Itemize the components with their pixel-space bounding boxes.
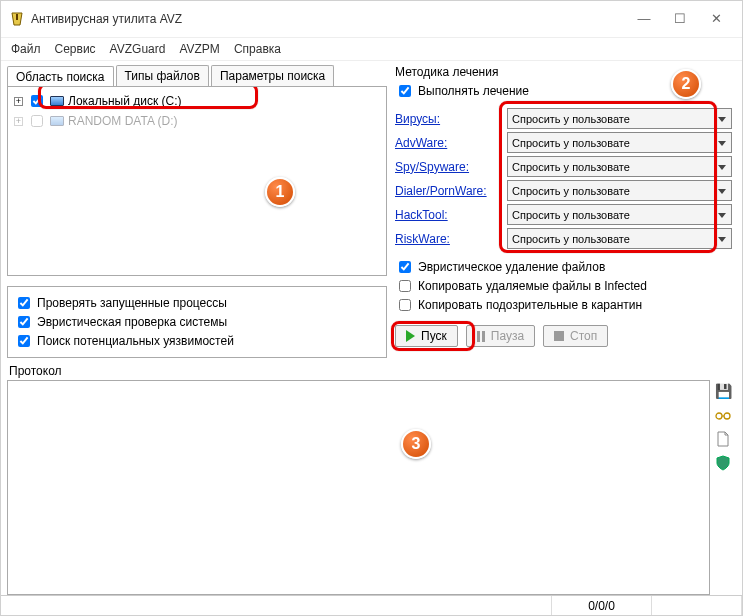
combo-dialer-value: Спросить у пользовате [512, 185, 630, 197]
document-icon[interactable] [714, 430, 732, 448]
start-button-label: Пуск [421, 329, 447, 343]
action-buttons: Пуск Пауза Стоп [395, 325, 734, 347]
tree-item-d[interactable]: + RANDOM DATA (D:) [12, 111, 382, 131]
check-heuristic-label: Эвристическая проверка системы [37, 315, 227, 329]
svg-point-1 [724, 413, 730, 419]
svg-point-0 [716, 413, 722, 419]
menu-help[interactable]: Справка [234, 42, 281, 56]
menu-avzpm[interactable]: AVZPM [179, 42, 219, 56]
protocol-box[interactable] [7, 380, 710, 595]
drive-tree[interactable]: + Локальный диск (C:) + RANDOM DATA (D:) [7, 86, 387, 276]
left-tabs: Область поиска Типы файлов Параметры пои… [7, 65, 387, 86]
check-copy-quarantine[interactable] [399, 299, 411, 311]
stop-button[interactable]: Стоп [543, 325, 608, 347]
minimize-button[interactable]: — [626, 7, 662, 31]
perform-cure-row: Выполнять лечение [395, 82, 736, 100]
scan-options: Проверять запущенные процессы Эвристичес… [7, 286, 387, 358]
left-column: Область поиска Типы файлов Параметры пои… [7, 65, 387, 358]
statusbar: 0/0/0 [1, 595, 742, 615]
drive-d-label: RANDOM DATA (D:) [68, 114, 178, 128]
check-copy-quarantine-label: Копировать подозрительные в карантин [418, 298, 642, 312]
drive-d-checkbox[interactable] [31, 115, 43, 127]
titlebar: Антивирусная утилита AVZ — ☐ ✕ [1, 1, 742, 38]
content-area: Область поиска Типы файлов Параметры пои… [1, 61, 742, 595]
disk-icon [50, 116, 64, 126]
combo-viruses[interactable]: Спросить у пользовате [507, 108, 732, 129]
link-hacktool[interactable]: HackTool: [395, 208, 507, 222]
link-riskware[interactable]: RiskWare: [395, 232, 507, 246]
stop-button-label: Стоп [570, 329, 597, 343]
combo-spy[interactable]: Спросить у пользовате [507, 156, 732, 177]
status-counts: 0/0/0 [552, 596, 652, 615]
right-column: Методика лечения Выполнять лечение Вирус… [393, 65, 736, 358]
combo-spy-value: Спросить у пользовате [512, 161, 630, 173]
shield-icon[interactable] [714, 454, 732, 472]
check-heur-delete[interactable] [399, 261, 411, 273]
status-seg-3 [652, 596, 742, 615]
drive-c-label: Локальный диск (C:) [68, 94, 182, 108]
link-advware[interactable]: AdvWare: [395, 136, 507, 150]
extra-cure-options: Эвристическое удаление файлов Копировать… [395, 257, 734, 315]
perform-cure-checkbox[interactable] [399, 85, 411, 97]
check-processes[interactable] [18, 297, 30, 309]
tab-filetypes[interactable]: Типы файлов [116, 65, 209, 86]
start-button[interactable]: Пуск [395, 325, 458, 347]
stop-icon [554, 331, 564, 341]
tab-params[interactable]: Параметры поиска [211, 65, 334, 86]
expand-icon[interactable]: + [14, 97, 23, 106]
combo-dialer[interactable]: Спросить у пользовате [507, 180, 732, 201]
maximize-button[interactable]: ☐ [662, 7, 698, 31]
check-processes-row: Проверять запущенные процессы [14, 294, 380, 312]
expand-icon[interactable]: + [14, 117, 23, 126]
combo-hacktool[interactable]: Спросить у пользовате [507, 204, 732, 225]
pause-icon [477, 331, 485, 342]
protocol-label: Протокол [9, 364, 734, 378]
combo-advware-value: Спросить у пользовате [512, 137, 630, 149]
pause-button-label: Пауза [491, 329, 524, 343]
check-vuln-label: Поиск потенциальных уязвимостей [37, 334, 234, 348]
menubar: Файл Сервис AVZGuard AVZPM Справка [1, 38, 742, 61]
check-vuln[interactable] [18, 335, 30, 347]
pause-button[interactable]: Пауза [466, 325, 535, 347]
drive-c-checkbox[interactable] [31, 95, 43, 107]
check-vuln-row: Поиск потенциальных уязвимостей [14, 332, 380, 350]
check-heuristic-row: Эвристическая проверка системы [14, 313, 380, 331]
app-icon [9, 11, 25, 27]
save-icon[interactable]: 💾 [714, 382, 732, 400]
combo-hacktool-value: Спросить у пользовате [512, 209, 630, 221]
status-seg-1 [1, 596, 552, 615]
perform-cure-label: Выполнять лечение [418, 84, 529, 98]
menu-file[interactable]: Файл [11, 42, 41, 56]
app-window: Антивирусная утилита AVZ — ☐ ✕ Файл Серв… [0, 0, 743, 616]
window-title: Антивирусная утилита AVZ [31, 12, 626, 26]
check-processes-label: Проверять запущенные процессы [37, 296, 227, 310]
cure-section-title: Методика лечения [395, 65, 736, 79]
protocol-area: 💾 [7, 380, 736, 595]
link-dialer[interactable]: Dialer/PornWare: [395, 184, 507, 198]
tab-scope[interactable]: Область поиска [7, 66, 114, 87]
close-button[interactable]: ✕ [698, 7, 734, 31]
check-copy-infected-label: Копировать удаляемые файлы в Infected [418, 279, 647, 293]
side-toolbar: 💾 [714, 380, 736, 595]
check-heuristic[interactable] [18, 316, 30, 328]
upper-panels: Область поиска Типы файлов Параметры пои… [7, 65, 736, 358]
play-icon [406, 330, 415, 342]
combo-advware[interactable]: Спросить у пользовате [507, 132, 732, 153]
link-spy[interactable]: Spy/Spyware: [395, 160, 507, 174]
combo-riskware[interactable]: Спросить у пользовате [507, 228, 732, 249]
check-heur-delete-label: Эвристическое удаление файлов [418, 260, 605, 274]
menu-avzguard[interactable]: AVZGuard [110, 42, 166, 56]
tree-item-c[interactable]: + Локальный диск (C:) [12, 91, 382, 111]
glasses-icon[interactable] [714, 406, 732, 424]
disk-icon [50, 96, 64, 106]
menu-service[interactable]: Сервис [55, 42, 96, 56]
link-viruses[interactable]: Вирусы: [395, 112, 507, 126]
threat-actions-grid: Вирусы: Спросить у пользовате AdvWare: С… [393, 104, 736, 253]
combo-riskware-value: Спросить у пользовате [512, 233, 630, 245]
check-copy-infected[interactable] [399, 280, 411, 292]
combo-viruses-value: Спросить у пользовате [512, 113, 630, 125]
